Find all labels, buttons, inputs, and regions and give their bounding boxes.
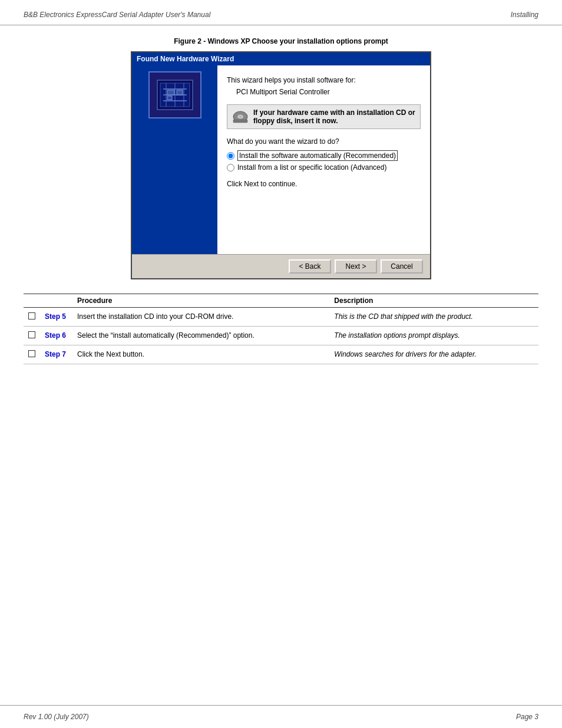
col-description-header: Description [329, 294, 538, 308]
checkbox-cell [24, 327, 40, 345]
page-header: B&B Electronics ExpressCard Serial Adapt… [0, 0, 562, 25]
cd-notice-text: If your hardware came with an installati… [253, 108, 415, 125]
description-cell: Windows searches for drivers for the ada… [329, 345, 538, 364]
table-row: Step 6Select the “install automatically … [24, 327, 538, 345]
radio-auto[interactable] [227, 152, 234, 160]
device-name: PCI Multiport Serial Controller [236, 88, 421, 96]
description-text: The installation options prompt displays… [334, 331, 459, 340]
description-cell: The installation options prompt displays… [329, 327, 538, 345]
dialog-right-panel: This wizard helps you install software f… [217, 65, 430, 254]
footer-page: Page 3 [516, 713, 538, 721]
description-text: Windows searches for drivers for the ada… [334, 350, 477, 358]
checkbox-cell [24, 345, 40, 364]
intro-text: This wizard helps you install software f… [227, 76, 421, 84]
radio-option-auto[interactable]: Install the software automatically (Reco… [227, 150, 421, 161]
dialog-body: This wizard helps you install software f… [132, 65, 430, 254]
hardware-svg [154, 77, 196, 113]
dialog-titlebar: Found New Hardware Wizard [132, 52, 430, 65]
dialog-left-panel [132, 65, 217, 254]
main-content: Figure 2 - Windows XP Choose your instal… [0, 25, 562, 376]
footer-revision: Rev 1.00 (July 2007) [24, 713, 89, 721]
checkbox-icon [28, 350, 35, 357]
radio-option-list[interactable]: Install from a list or specific location… [227, 163, 421, 172]
svg-rect-14 [233, 120, 247, 123]
svg-rect-9 [177, 90, 183, 95]
description-cell: This is the CD that shipped with the pro… [329, 308, 538, 327]
radio-auto-label: Install the software automatically (Reco… [237, 150, 398, 161]
header-title: B&B Electronics ExpressCard Serial Adapt… [24, 11, 210, 19]
step-cell[interactable]: Step 7 [40, 345, 72, 364]
step-link[interactable]: Step 7 [45, 350, 66, 358]
col-procedure-header: Procedure [72, 294, 329, 308]
step-cell[interactable]: Step 6 [40, 327, 72, 345]
cd-notice: If your hardware came with an installati… [227, 104, 421, 129]
cd-icon [232, 110, 249, 124]
svg-rect-8 [167, 90, 174, 95]
col-step [40, 294, 72, 308]
header-section: Installing [511, 11, 538, 19]
wizard-question: What do you want the wizard to do? [227, 137, 421, 146]
cancel-button[interactable]: Cancel [381, 259, 423, 274]
checkbox-icon [28, 312, 35, 319]
dialog-box: Found New Hardware Wizard [131, 51, 431, 279]
page-footer: Rev 1.00 (July 2007) Page 3 [0, 705, 562, 728]
col-checkbox [24, 294, 40, 308]
procedure-cell: Click the Next button. [72, 345, 329, 364]
checkbox-cell [24, 308, 40, 327]
table-row: Step 7Click the Next button.Windows sear… [24, 345, 538, 364]
checkbox-icon [28, 331, 35, 338]
radio-list-label: Install from a list or specific location… [237, 163, 386, 172]
svg-point-13 [239, 116, 242, 118]
figure-caption: Figure 2 - Windows XP Choose your instal… [24, 37, 538, 45]
step-cell[interactable]: Step 5 [40, 308, 72, 327]
click-next-text: Click Next to continue. [227, 180, 421, 188]
radio-list[interactable] [227, 164, 234, 172]
procedure-table: Procedure Description Step 5Insert the i… [24, 294, 538, 364]
svg-rect-10 [167, 96, 172, 100]
next-button[interactable]: Next > [335, 259, 377, 274]
step-link[interactable]: Step 5 [45, 312, 66, 321]
dialog-wrapper: Found New Hardware Wizard [24, 51, 538, 279]
hardware-icon [148, 71, 201, 118]
table-row: Step 5Insert the installation CD into yo… [24, 308, 538, 327]
procedure-cell: Select the “install automatically (Recom… [72, 327, 329, 345]
step-link[interactable]: Step 6 [45, 331, 66, 340]
description-text: This is the CD that shipped with the pro… [334, 312, 472, 321]
procedure-cell: Insert the installation CD into your CD-… [72, 308, 329, 327]
back-button[interactable]: < Back [289, 259, 331, 274]
dialog-footer: < Back Next > Cancel [132, 254, 430, 278]
